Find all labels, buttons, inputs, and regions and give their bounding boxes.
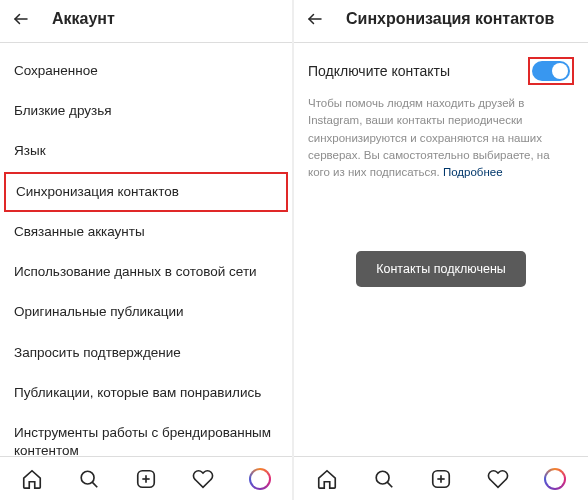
svg-line-8 [387,482,392,487]
toggle-label: Подключите контакты [308,63,450,79]
list-item-linked-accounts[interactable]: Связанные аккаунты [0,212,292,252]
svg-line-2 [92,482,97,487]
contacts-connected-button[interactable]: Контакты подключены [356,251,526,287]
search-icon[interactable] [77,467,101,491]
list-item-branded-content[interactable]: Инструменты работы с брендированным конт… [0,413,292,456]
list-item-original-posts[interactable]: Оригинальные публикации [0,292,292,332]
settings-list-container: Сохраненное Близкие друзья Язык Синхрони… [0,43,292,456]
account-settings-panel: Аккаунт Сохраненное Близкие друзья Язык … [0,0,294,500]
list-item-cellular-data[interactable]: Использование данных в сотовой сети [0,252,292,292]
profile-avatar-icon[interactable] [248,467,272,491]
bottom-nav [294,456,588,500]
svg-point-1 [81,471,94,484]
page-title: Аккаунт [52,10,115,28]
info-text: Чтобы помочь людям находить друзей в Ins… [308,95,574,181]
profile-avatar-icon[interactable] [543,467,567,491]
list-item-close-friends[interactable]: Близкие друзья [0,91,292,131]
home-icon[interactable] [315,467,339,491]
connect-contacts-toggle[interactable] [532,61,570,81]
header: Синхронизация контактов [294,0,588,43]
toggle-highlight [528,57,574,85]
info-text-body: Чтобы помочь людям находить друзей в Ins… [308,97,550,178]
back-arrow-icon[interactable] [306,10,324,28]
svg-point-7 [376,471,389,484]
settings-list: Сохраненное Близкие друзья Язык Синхрони… [0,43,292,456]
list-item-contacts-sync[interactable]: Синхронизация контактов [4,172,288,212]
heart-icon[interactable] [191,467,215,491]
content: Подключите контакты Чтобы помочь людям н… [294,43,588,456]
back-arrow-icon[interactable] [12,10,30,28]
header: Аккаунт [0,0,292,43]
search-icon[interactable] [372,467,396,491]
list-item-language[interactable]: Язык [0,131,292,171]
list-item-saved[interactable]: Сохраненное [0,51,292,91]
page-title: Синхронизация контактов [346,10,554,28]
home-icon[interactable] [20,467,44,491]
new-post-icon[interactable] [429,467,453,491]
new-post-icon[interactable] [134,467,158,491]
bottom-nav [0,456,292,500]
toggle-row: Подключите контакты [308,57,574,85]
learn-more-link[interactable]: Подробнее [443,166,503,178]
heart-icon[interactable] [486,467,510,491]
contacts-sync-panel: Синхронизация контактов Подключите конта… [294,0,588,500]
list-item-request-verification[interactable]: Запросить подтверждение [0,333,292,373]
list-item-posts-you-liked[interactable]: Публикации, которые вам понравились [0,373,292,413]
